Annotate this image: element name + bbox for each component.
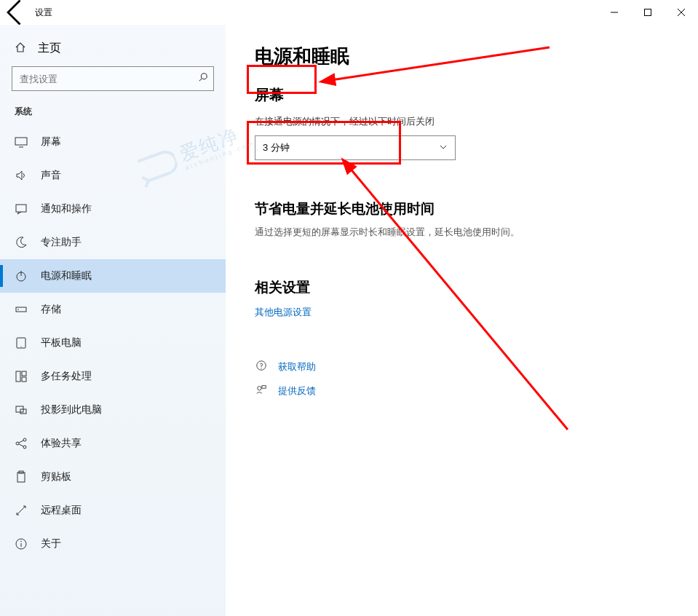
back-button[interactable] [0,0,32,25]
nav-shared[interactable]: 体验共享 [0,427,226,460]
nav-label: 多任务处理 [41,370,92,383]
feedback-label: 提供反馈 [278,384,316,398]
display-icon [15,135,28,149]
svg-rect-1 [645,9,651,16]
feedback-icon [255,384,268,398]
search-input[interactable] [12,66,214,91]
other-power-settings-link[interactable]: 其他电源设置 [255,306,669,319]
nav-label: 通知和操作 [41,202,92,216]
minimize-button[interactable] [598,0,631,25]
svg-point-21 [23,438,26,441]
sidebar: 主页 系统 屏幕 声音 通知和操作 [0,25,226,616]
home-icon [15,42,26,56]
nav-label: 电源和睡眠 [41,269,92,283]
window-title: 设置 [35,7,52,19]
nav-list: 屏幕 声音 通知和操作 专注助手 电源和睡眠 存储 [0,125,226,561]
moon-icon [15,236,28,249]
nav-focus-assist[interactable]: 专注助手 [0,226,226,259]
screen-section-title: 屏幕 [255,85,284,105]
dropdown-value: 3 分钟 [263,141,290,154]
home-link[interactable]: 主页 [0,36,226,66]
nav-label: 平板电脑 [41,336,82,350]
nav-label: 体验共享 [41,437,82,450]
search-icon [198,72,208,85]
nav-label: 专注助手 [41,236,82,249]
sound-icon [15,169,28,182]
power-icon [15,269,28,283]
nav-label: 剪贴板 [41,470,71,483]
feedback-link[interactable]: 提供反馈 [255,384,669,398]
svg-point-4 [201,74,207,79]
remote-icon [15,504,28,517]
get-help-link[interactable]: 获取帮助 [255,360,669,374]
svg-line-23 [19,441,23,443]
nav-label: 远程桌面 [41,504,82,517]
screen-timeout-dropdown[interactable]: 3 分钟 [255,135,456,160]
svg-point-31 [261,368,261,368]
svg-rect-25 [17,473,25,482]
close-button[interactable] [665,0,698,25]
tablet-icon [15,336,28,350]
nav-label: 关于 [41,537,61,550]
battery-section-desc: 通过选择更短的屏幕显示时长和睡眠设置，延长电池使用时间。 [255,226,669,239]
svg-point-22 [23,446,26,449]
project-icon [15,403,28,416]
nav-multitask[interactable]: 多任务处理 [0,360,226,393]
nav-tablet[interactable]: 平板电脑 [0,326,226,360]
nav-power-sleep[interactable]: 电源和睡眠 [0,259,226,293]
clipboard-icon [15,470,28,483]
nav-project[interactable]: 投影到此电脑 [0,393,226,427]
svg-rect-15 [16,371,20,382]
main-content: 电源和睡眠 屏幕 在接通电源的情况下，经过以下时间后关闭 3 分钟 节省电量并延… [226,25,698,616]
svg-point-20 [16,442,19,445]
nav-display[interactable]: 屏幕 [0,125,226,159]
nav-notifications[interactable]: 通知和操作 [0,192,226,226]
svg-rect-8 [16,205,26,212]
svg-point-14 [20,346,21,347]
svg-line-5 [199,79,202,82]
screen-section-desc: 在接通电源的情况下，经过以下时间后关闭 [255,115,669,128]
nav-label: 声音 [41,169,61,182]
page-title: 电源和睡眠 [255,44,669,69]
battery-section-title: 节省电量并延长电池使用时间 [255,200,669,218]
nav-label: 屏幕 [41,135,61,149]
help-label: 获取帮助 [278,360,316,374]
svg-rect-17 [22,377,26,382]
svg-rect-16 [22,371,26,376]
svg-rect-33 [262,386,266,389]
category-label: 系统 [0,103,226,125]
svg-point-12 [17,309,19,310]
nav-storage[interactable]: 存储 [0,293,226,326]
related-title: 相关设置 [255,278,669,297]
storage-icon [15,303,28,316]
nav-clipboard[interactable]: 剪贴板 [0,460,226,494]
svg-rect-6 [15,138,27,145]
svg-rect-11 [16,307,26,312]
svg-line-24 [19,444,23,446]
info-icon [15,537,28,550]
nav-about[interactable]: 关于 [0,527,226,561]
titlebar: 设置 [0,0,698,25]
help-icon [255,360,268,374]
multitask-icon [15,370,28,383]
home-label: 主页 [38,41,61,56]
nav-label: 存储 [41,303,61,316]
nav-remote[interactable]: 远程桌面 [0,494,226,527]
search-box[interactable] [12,66,214,91]
share-icon [15,437,28,450]
maximize-button[interactable] [631,0,665,25]
chevron-down-icon [439,143,448,154]
nav-label: 投影到此电脑 [41,403,102,416]
notifications-icon [15,202,28,216]
svg-point-32 [258,387,261,390]
svg-point-29 [20,541,22,542]
nav-sound[interactable]: 声音 [0,159,226,192]
